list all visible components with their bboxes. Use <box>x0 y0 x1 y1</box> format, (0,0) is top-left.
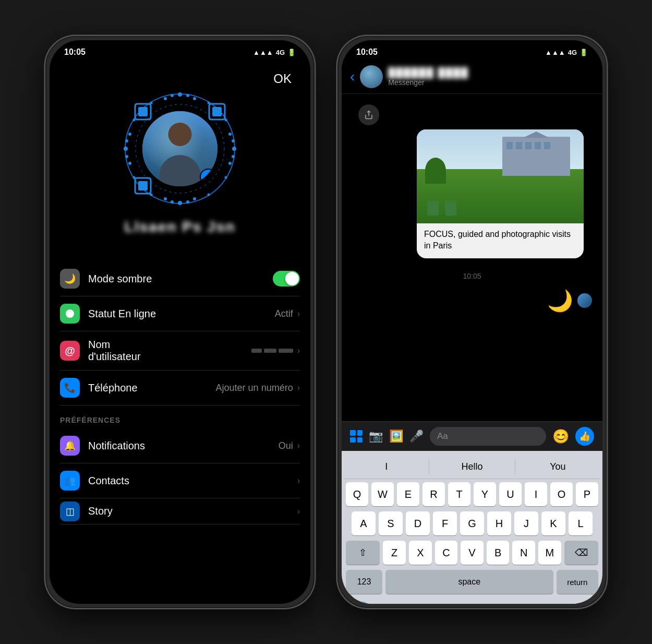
grid-icon[interactable] <box>350 430 363 443</box>
key-P[interactable]: P <box>576 482 598 506</box>
story-label: Story <box>88 505 297 517</box>
message-image <box>417 129 584 223</box>
key-D[interactable]: D <box>406 511 430 535</box>
signal-right: ▲▲▲ 4G 🔋 <box>545 49 588 56</box>
profile-avatar: ⚡ <box>141 110 219 188</box>
chevron-icon-5: › <box>297 476 300 485</box>
microphone-icon[interactable]: 🎤 <box>409 430 424 443</box>
image-icon[interactable]: 🖼️ <box>389 430 403 443</box>
moon-emoji: 🌙 <box>547 289 573 313</box>
key-A[interactable]: A <box>352 511 376 535</box>
space-key[interactable]: space <box>385 570 553 594</box>
message-container: FOCUS, guided and photographic visits in… <box>342 99 602 268</box>
thumbs-up-icon[interactable]: 👍 <box>575 427 594 446</box>
key-G[interactable]: G <box>460 511 484 535</box>
svg-point-2 <box>171 94 174 97</box>
key-J[interactable]: J <box>514 511 538 535</box>
key-N[interactable]: N <box>512 541 535 565</box>
back-button[interactable]: ‹ <box>350 68 355 85</box>
key-C[interactable]: C <box>435 541 458 565</box>
key-H[interactable]: H <box>487 511 511 535</box>
key-T[interactable]: T <box>448 482 470 506</box>
svg-point-27 <box>208 194 210 196</box>
autocomplete-hello[interactable]: Hello <box>429 459 515 474</box>
chevron-icon-4: › <box>297 441 300 450</box>
settings-item-telephone[interactable]: 📞 Téléphone Ajouter un numéro › <box>60 371 300 406</box>
svg-point-10 <box>228 162 232 165</box>
settings-item-story[interactable]: ◫ Story › <box>60 498 300 524</box>
key-W[interactable]: W <box>371 482 394 506</box>
key-U[interactable]: U <box>499 482 522 506</box>
key-S[interactable]: S <box>379 511 403 535</box>
svg-point-20 <box>128 162 131 165</box>
svg-point-36 <box>66 309 74 318</box>
key-B[interactable]: B <box>487 541 510 565</box>
notch-left <box>138 40 222 58</box>
preferences-header: PRÉFÉRENCES <box>50 406 310 428</box>
message-text: FOCUS, guided and photographic visits in… <box>417 223 584 258</box>
preferences-list: 🔔 Notifications Oui › 👥 Contacts › ◫ Sto… <box>50 428 310 524</box>
key-R[interactable]: R <box>422 482 445 506</box>
settings-item-online-status[interactable]: Statut En ligne Actif › <box>60 296 300 331</box>
messenger-header: ‹ ██████ ████ Messenger <box>342 60 602 94</box>
autocomplete-row: I Hello You <box>344 455 600 479</box>
time-left: 10:05 <box>64 47 86 57</box>
key-V[interactable]: V <box>461 541 484 565</box>
small-avatar <box>577 293 592 308</box>
key-L[interactable]: L <box>569 511 593 535</box>
telephone-icon: 📞 <box>60 378 80 398</box>
settings-item-username[interactable]: @ Nomd'utilisateur › <box>60 331 300 371</box>
camera-icon[interactable]: 📷 <box>369 430 383 443</box>
phone-right: 10:05 ▲▲▲ 4G 🔋 ‹ ██████ ████ Messenger <box>336 35 608 609</box>
key-Z[interactable]: Z <box>383 541 406 565</box>
autocomplete-i[interactable]: I <box>344 459 429 474</box>
moon-area: 🌙 <box>342 284 602 313</box>
autocomplete-you[interactable]: You <box>515 459 600 474</box>
keyboard: I Hello You Q W E R T Y U I <box>342 451 602 604</box>
svg-point-18 <box>125 155 128 158</box>
emoji-icon[interactable]: 😊 <box>552 428 569 445</box>
settings-item-dark-mode[interactable]: 🌙 Mode sombre <box>60 261 300 296</box>
contact-app: Messenger <box>388 78 594 87</box>
svg-point-13 <box>186 200 189 204</box>
message-toolbar: 📷 🖼️ 🎤 Aa 😊 👍 <box>342 421 602 451</box>
messenger-badge: ⚡ <box>200 169 216 185</box>
online-status-icon <box>60 304 80 324</box>
share-button[interactable] <box>358 104 379 125</box>
key-X[interactable]: X <box>409 541 432 565</box>
delete-key[interactable]: ⌫ <box>564 541 598 565</box>
svg-point-8 <box>232 155 235 158</box>
ok-button[interactable]: OK <box>273 71 292 86</box>
key-E[interactable]: E <box>397 482 419 506</box>
toggle-knob <box>285 272 299 285</box>
message-input[interactable]: Aa <box>430 427 546 446</box>
numbers-key[interactable]: 123 <box>346 570 382 594</box>
dark-mode-toggle[interactable] <box>273 271 300 287</box>
svg-point-15 <box>193 197 196 200</box>
svg-point-9 <box>228 133 232 136</box>
svg-point-17 <box>125 139 128 142</box>
key-I[interactable]: I <box>525 482 547 506</box>
svg-point-19 <box>128 133 131 136</box>
mic-icon[interactable]: 🎤 <box>574 601 590 604</box>
key-F[interactable]: F <box>433 511 457 535</box>
return-key[interactable]: return <box>557 570 598 594</box>
shift-key[interactable]: ⇧ <box>346 541 380 565</box>
chevron-icon-3: › <box>297 383 300 392</box>
settings-item-notifications[interactable]: 🔔 Notifications Oui › <box>60 428 300 463</box>
key-M[interactable]: M <box>538 541 561 565</box>
key-Q[interactable]: Q <box>346 482 368 506</box>
key-O[interactable]: O <box>550 482 573 506</box>
qr-section: ⚡ Llsaen Ps Jsn <box>50 60 310 251</box>
notifications-value: Oui <box>279 440 293 451</box>
globe-icon[interactable]: 🌐 <box>354 601 370 604</box>
key-K[interactable]: K <box>541 511 565 535</box>
message-timestamp: 10:05 <box>342 268 602 284</box>
contacts-label: Contacts <box>88 475 297 487</box>
phone-left: 10:05 ▲▲▲ 4G 🔋 OK <box>44 35 316 609</box>
keyboard-row-4: 123 space return <box>346 570 598 594</box>
keyboard-rows: Q W E R T Y U I O P A S <box>344 479 600 597</box>
chevron-icon-2: › <box>297 346 300 355</box>
settings-item-contacts[interactable]: 👥 Contacts › <box>60 463 300 498</box>
key-Y[interactable]: Y <box>474 482 496 506</box>
